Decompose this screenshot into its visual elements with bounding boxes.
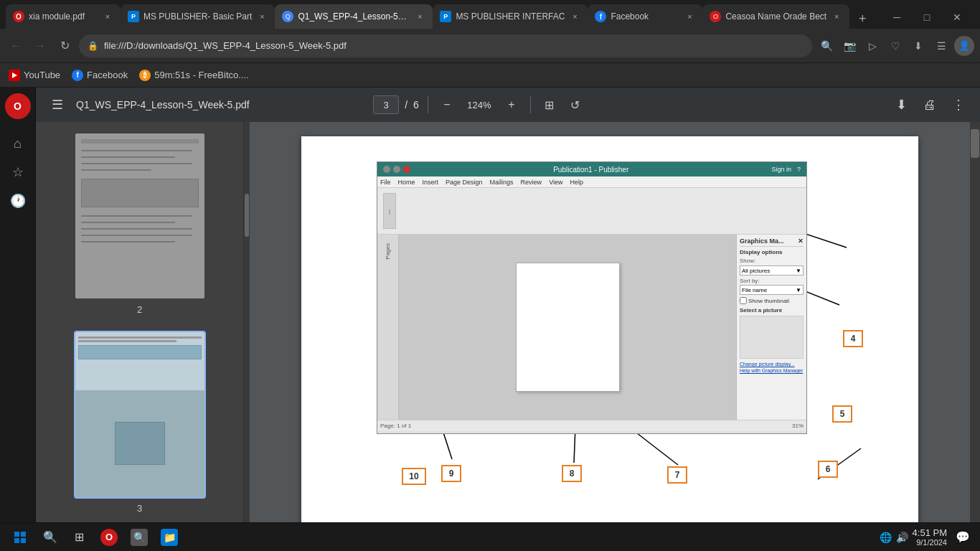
pdf-menu-icon[interactable]: ☰ [47,95,67,115]
start-button[interactable] [6,526,34,549]
pub-menu-bar: File Home Insert Page Design Mailings Re… [377,176,806,188]
pub-show-row: Show: [740,258,804,264]
annotation-label-10: 10 [402,468,426,485]
pub-show-thumbnail-checkbox[interactable] [740,297,747,304]
new-tab-button[interactable]: + [852,9,872,29]
close-window-button[interactable]: ✕ [943,6,971,29]
taskbar-explorer-icon: 📁 [161,529,178,546]
taskbar-app-opera[interactable]: O [95,526,123,549]
pub-help-gfx-link[interactable]: Help with Graphics Manager [740,368,804,373]
bookmark-youtube[interactable]: YouTube [9,70,60,81]
pub-help-btn: ? [797,166,801,173]
taskbar-app-search[interactable]: 🔍 [125,526,154,549]
thumbnail-scrollbar[interactable] [244,122,250,551]
pdf-main: 2 [36,122,980,551]
pub-show-value: All pictures [742,268,770,274]
notification-button[interactable]: 💬 [951,526,974,549]
tab-close-6[interactable]: × [831,11,842,22]
maximize-button[interactable]: □ [913,6,941,29]
download-icon[interactable]: ⬇ [908,36,928,56]
pub-sort-label: Sort by: [740,278,760,284]
pdf-page-separator: / [405,99,407,110]
address-bar: ← → ↻ 🔒 file:///D:/downloads/Q1_WS_EPP-4… [0,29,980,63]
back-button[interactable]: ← [6,36,26,56]
thumbnail-panel[interactable]: 2 [36,122,244,551]
bookmark-facebook[interactable]: f Facebook [72,70,128,81]
facebook-favicon: f [72,70,83,81]
thumbnail-page-3[interactable]: 3 [42,332,237,514]
thumb-page-2-image [75,133,204,298]
pub-close-btn [403,166,410,173]
sidebar-history-icon[interactable]: 🕐 [5,188,31,214]
thumb-num-3: 3 [137,503,142,514]
tab-favicon-opera2: O [710,11,721,22]
minimize-button[interactable]: ─ [882,6,911,29]
pub-titlebar: Publication1 - Publisher Sign in ? [377,162,806,176]
browser-window: O xia module.pdf × P MS PUBLISHER- Basic… [0,0,980,551]
tab-bar: O xia module.pdf × P MS PUBLISHER- Basic… [0,0,980,29]
tab-ceasoa[interactable]: O Ceasoa Name Orade Bect × [702,4,849,29]
pdf-download-icon[interactable]: ⬇ [891,95,911,115]
address-text: file:///D:/downloads/Q1_WS_EPP-4_Lesson-… [104,40,804,51]
sidebar-home-icon[interactable]: ⌂ [5,131,31,156]
tab-close-3[interactable]: × [414,11,425,22]
address-input[interactable]: 🔒 file:///D:/downloads/Q1_WS_EPP-4_Lesso… [79,34,812,57]
profile-icon[interactable]: 👤 [954,36,974,56]
taskbar-app-explorer[interactable]: 📁 [155,526,184,549]
clock-date: 9/1/2024 [913,538,947,547]
taskbar-search-icon: 🔍 [131,529,148,546]
pdf-print-icon[interactable]: 🖨 [920,95,940,115]
extensions-icon[interactable]: ▷ [862,36,882,56]
forward-button[interactable]: → [30,36,50,56]
taskbar-search-button[interactable]: 🔍 [37,526,63,549]
tab-favicon-pdf: Q [282,11,293,22]
opera-logo-icon[interactable]: O [5,93,31,119]
zoom-out-button[interactable]: − [437,95,457,115]
settings-icon[interactable]: ☰ [931,36,951,56]
tab-ms-publisher-interface[interactable]: P MS PUBLISHER INTERFAC × [433,4,588,29]
sidebar-bookmarks-icon[interactable]: ☆ [5,159,31,185]
tab-facebook[interactable]: f Facebook × [588,4,702,29]
pdf-page-input[interactable] [373,95,399,114]
tray-volume-icon[interactable]: 🔊 [896,532,908,543]
pdf-more-icon[interactable]: ⋮ [948,95,969,115]
pub-show-thumbnail-label: Show thumbnail [748,298,789,304]
pub-sort-value: File name [742,287,767,293]
pub-pages-panel: Pages [377,235,399,420]
tab-close-2[interactable]: × [256,11,268,22]
pdf-rotate-icon[interactable]: ↺ [565,95,585,115]
refresh-button[interactable]: ↻ [55,36,75,56]
tab-ms-publisher-basic[interactable]: P MS PUBLISHER- Basic Part × [121,4,275,29]
tab-label-1: xia module.pdf [29,11,98,22]
tab-close-5[interactable]: × [684,11,695,22]
pdf-scrollbar-right[interactable] [970,122,980,551]
tab-close-1[interactable]: × [102,11,113,22]
taskbar-taskview-button[interactable]: ⊞ [66,526,92,549]
tray-network-icon[interactable]: 🌐 [880,532,892,543]
pub-picture-area [740,316,804,359]
pub-statusbar-page: Page: 1 of 1 [380,423,411,429]
pdf-page-area[interactable]: Publication1 - Publisher Sign in ? File … [250,122,970,551]
zoom-in-button[interactable]: + [501,95,522,115]
thumbnail-page-2[interactable]: 2 [42,133,237,315]
pub-show-arrow: ▼ [796,268,801,274]
pdf-title: Q1_WS_EPP-4_Lesson-5_Week-5.pdf [76,99,364,110]
thumb-num-2: 2 [137,304,142,315]
taskbar-clock[interactable]: 4:51 PM 9/1/2024 [913,527,947,547]
tab-xia-module[interactable]: O xia module.pdf × [6,4,121,29]
pub-sort-dropdown[interactable]: File name ▼ [740,285,804,295]
bookmark-freebitco[interactable]: ₿ 59m:51s - FreeBitco.... [139,70,249,81]
search-toolbar-icon[interactable]: 🔍 [816,36,837,56]
pub-show-dropdown[interactable]: All pictures ▼ [740,265,804,276]
pub-win-controls [383,166,410,173]
thumbnail-scroll-thumb [245,194,249,237]
favorites-icon[interactable]: ♡ [885,36,905,56]
pdf-scroll-thumb-right [971,129,979,158]
tab-close-4[interactable]: × [569,11,580,22]
pdf-toolbar-separator-2 [530,96,531,113]
tab-q1-ws-active[interactable]: Q Q1_WS_EPP-4_Lesson-5_W × [275,4,433,29]
pdf-fit-page-icon[interactable]: ⊞ [540,95,560,115]
pub-change-picture-link[interactable]: Change picture display... [740,362,804,367]
bitcoin-favicon: ₿ [139,70,151,81]
camera-icon[interactable]: 📷 [839,36,859,56]
